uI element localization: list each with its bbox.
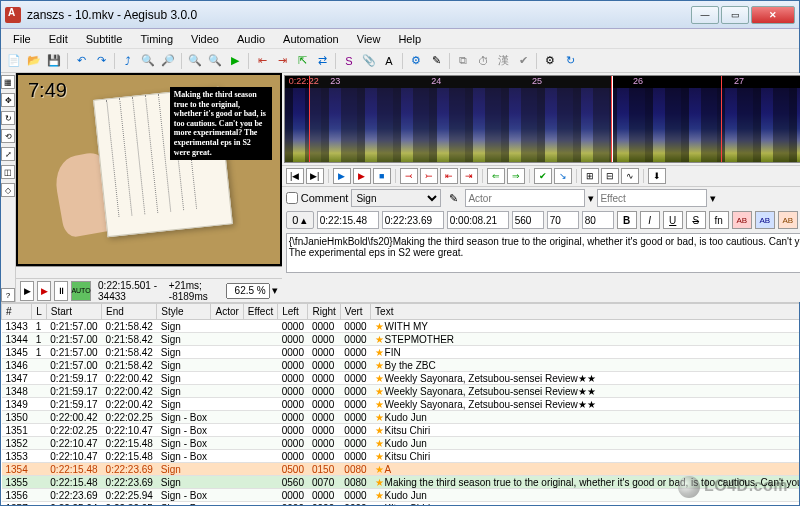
grid-header[interactable]: # xyxy=(2,304,32,320)
zoom-in-icon[interactable]: 🔍 xyxy=(186,52,204,70)
audio-leadout-icon[interactable]: ⇒ xyxy=(507,168,525,184)
start-time-input[interactable] xyxy=(317,211,379,229)
audio-play-before-icon[interactable]: ⤙ xyxy=(400,168,418,184)
table-row[interactable]: 13530:22:10.470:22:15.48Sign - Box000000… xyxy=(2,450,800,463)
tool-rotatexy-icon[interactable]: ⟲ xyxy=(1,129,15,143)
strike-button[interactable]: S xyxy=(686,211,706,229)
shift-times-icon[interactable]: ⇄ xyxy=(313,52,331,70)
audio-karaoke-icon[interactable]: ⬇ xyxy=(648,168,666,184)
snap-scene-icon[interactable]: ⇱ xyxy=(293,52,311,70)
audio-play-first-icon[interactable]: ⇤ xyxy=(440,168,458,184)
tool-rotatez-icon[interactable]: ↻ xyxy=(1,111,15,125)
table-row[interactable]: 13500:22:00.420:22:02.25Sign - Box000000… xyxy=(2,411,800,424)
maximize-button[interactable]: ▭ xyxy=(721,6,749,24)
margin-vert-input[interactable] xyxy=(582,211,614,229)
audio-play-after-icon[interactable]: ⤚ xyxy=(420,168,438,184)
minimize-button[interactable]: — xyxy=(691,6,719,24)
table-row[interactable]: 134310:21:57.000:21:58.42Sign00000000000… xyxy=(2,320,800,333)
subtitle-text-input[interactable]: {\fnJanieHmkBold\fs20}Making the third s… xyxy=(286,233,800,273)
layer-spinner[interactable]: 0 ▴ xyxy=(286,211,314,229)
video-zoom-input[interactable] xyxy=(226,283,270,299)
grid-header[interactable]: Right xyxy=(308,304,340,320)
play-icon[interactable]: ▶ xyxy=(20,281,34,301)
table-row[interactable]: 134510:21:57.000:21:58.42Sign00000000000… xyxy=(2,346,800,359)
menu-file[interactable]: File xyxy=(5,31,39,47)
menu-edit[interactable]: Edit xyxy=(41,31,76,47)
tool-drag-icon[interactable]: ✥ xyxy=(1,93,15,107)
video-scrubber[interactable] xyxy=(16,266,282,278)
italic-button[interactable]: I xyxy=(640,211,660,229)
effect-input[interactable] xyxy=(597,189,707,207)
video-frame[interactable]: 7:49 Making the third season true to the… xyxy=(18,75,280,264)
menu-video[interactable]: Video xyxy=(183,31,227,47)
table-row[interactable]: 13460:21:57.000:21:58.42Sign000000000000… xyxy=(2,359,800,372)
tool-scale-icon[interactable]: ⤢ xyxy=(1,147,15,161)
style-edit-icon[interactable]: ✎ xyxy=(444,189,462,207)
tool-vectorclip-icon[interactable]: ◇ xyxy=(1,183,15,197)
grid-header[interactable]: Vert xyxy=(340,304,370,320)
replace-icon[interactable]: 🔎 xyxy=(159,52,177,70)
color1-button[interactable]: AB xyxy=(732,211,752,229)
menu-help[interactable]: Help xyxy=(390,31,429,47)
actor-input[interactable] xyxy=(465,189,585,207)
audio-prev-icon[interactable]: |◀ xyxy=(286,168,304,184)
tool-clip-icon[interactable]: ◫ xyxy=(1,165,15,179)
audio-stop-icon[interactable]: ■ xyxy=(373,168,391,184)
menu-subtitle[interactable]: Subtitle xyxy=(78,31,131,47)
video-jump-icon[interactable]: ▶ xyxy=(226,52,244,70)
audio-toggle2-icon[interactable]: ⊟ xyxy=(601,168,619,184)
grid-header[interactable]: L xyxy=(32,304,47,320)
table-row[interactable]: 13480:21:59.170:22:00.42Sign000000000000… xyxy=(2,385,800,398)
tool-help-icon[interactable]: ? xyxy=(1,288,15,302)
fontname-button[interactable]: fn xyxy=(709,211,729,229)
cycle-icon[interactable]: ↻ xyxy=(561,52,579,70)
subtitle-grid[interactable]: #LStartEndStyleActorEffectLeftRightVertT… xyxy=(1,303,799,505)
tool-standard-icon[interactable]: ▦ xyxy=(1,75,15,89)
audio-toggle3-icon[interactable]: ∿ xyxy=(621,168,639,184)
margin-left-input[interactable] xyxy=(512,211,544,229)
audio-commit-icon[interactable]: ✔ xyxy=(534,168,552,184)
color3-button[interactable]: AB xyxy=(778,211,798,229)
grid-header[interactable]: Start xyxy=(46,304,101,320)
search-icon[interactable]: 🔍 xyxy=(139,52,157,70)
spellcheck-icon[interactable]: ✔ xyxy=(514,52,532,70)
table-row[interactable]: 13490:21:59.170:22:00.42Sign000000000000… xyxy=(2,398,800,411)
zoom-dropdown-icon[interactable]: ▾ xyxy=(272,284,278,297)
audio-toggle1-icon[interactable]: ⊞ xyxy=(581,168,599,184)
fonts-icon[interactable]: A xyxy=(380,52,398,70)
audio-display[interactable]: 0:22:22 232425262728 xyxy=(284,75,800,163)
style-select[interactable]: Sign xyxy=(351,189,441,207)
automation-icon[interactable]: ⚙ xyxy=(407,52,425,70)
margin-right-input[interactable] xyxy=(547,211,579,229)
table-row[interactable]: 13520:22:10.470:22:15.48Sign - Box000000… xyxy=(2,437,800,450)
grid-header[interactable]: Left xyxy=(278,304,308,320)
kanji-icon[interactable]: 漢 xyxy=(494,52,512,70)
snap-start-icon[interactable]: ⇤ xyxy=(253,52,271,70)
audio-play-sel-icon[interactable]: ▶ xyxy=(353,168,371,184)
effect-dropdown-icon[interactable]: ▾ xyxy=(710,192,716,205)
audio-goto-icon[interactable]: ↘ xyxy=(554,168,572,184)
close-button[interactable]: ✕ xyxy=(751,6,795,24)
shifttool-icon[interactable]: ⧉ xyxy=(454,52,472,70)
zoom-out-icon[interactable]: 🔍 xyxy=(206,52,224,70)
table-row[interactable]: 13570:22:25.940:22:30.95Sign - Box000000… xyxy=(2,502,800,506)
table-row[interactable]: 13510:22:02.250:22:10.47Sign - Box000000… xyxy=(2,424,800,437)
actor-dropdown-icon[interactable]: ▾ xyxy=(588,192,594,205)
attachments-icon[interactable]: 📎 xyxy=(360,52,378,70)
jump-icon[interactable]: ⤴ xyxy=(119,52,137,70)
comment-checkbox[interactable] xyxy=(286,192,298,204)
grid-header[interactable]: Text xyxy=(371,304,799,320)
new-icon[interactable]: 📄 xyxy=(5,52,23,70)
color2-button[interactable]: AB xyxy=(755,211,775,229)
menu-audio[interactable]: Audio xyxy=(229,31,273,47)
bold-button[interactable]: B xyxy=(617,211,637,229)
open-icon[interactable]: 📂 xyxy=(25,52,43,70)
audio-leadin-icon[interactable]: ⇐ xyxy=(487,168,505,184)
assdraw-icon[interactable]: ✎ xyxy=(427,52,445,70)
end-time-input[interactable] xyxy=(382,211,444,229)
table-row[interactable]: 134410:21:57.000:21:58.42Sign00000000000… xyxy=(2,333,800,346)
menu-view[interactable]: View xyxy=(349,31,389,47)
settings-icon[interactable]: ⚙ xyxy=(541,52,559,70)
table-row[interactable]: 13540:22:15.480:22:23.69Sign050001500080… xyxy=(2,463,800,476)
menu-automation[interactable]: Automation xyxy=(275,31,347,47)
